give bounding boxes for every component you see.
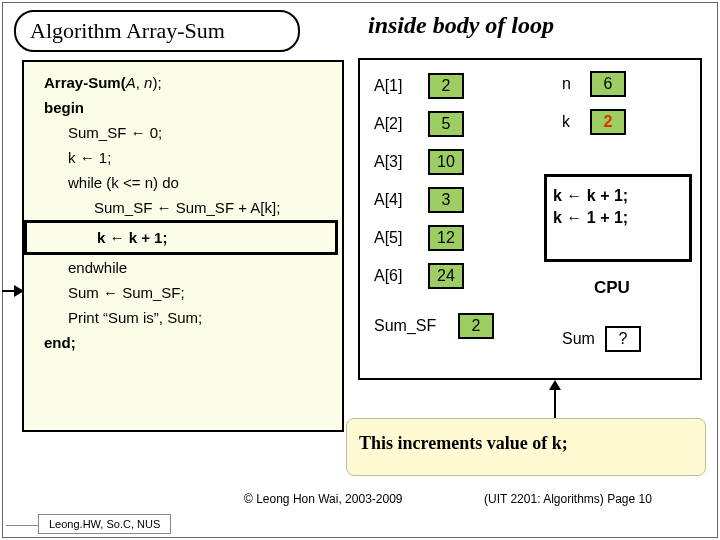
code-line-k-init: k ← 1; bbox=[26, 145, 338, 170]
array-label: A[3] bbox=[374, 153, 422, 171]
sum-label: Sum bbox=[562, 330, 595, 348]
code-line-while: while (k <= n) do bbox=[26, 170, 338, 195]
n-row: n 6 bbox=[562, 68, 626, 100]
cpu-box: k ← k + 1; k ← 1 + 1; bbox=[544, 174, 692, 262]
array-value: 3 bbox=[428, 187, 464, 213]
cpu-label: CPU bbox=[594, 278, 630, 298]
array-row: A[6] 24 bbox=[374, 260, 686, 292]
array-label: A[6] bbox=[374, 267, 422, 285]
n-label: n bbox=[562, 75, 584, 93]
array-value: 5 bbox=[428, 111, 464, 137]
code-line-endwhile: endwhile bbox=[26, 255, 338, 280]
sum-row: Sum ? bbox=[562, 326, 641, 352]
code-line-sumsf-update: Sum_SF ← Sum_SF + A[k]; bbox=[26, 195, 338, 220]
callout-text: This increments value of k; bbox=[359, 433, 568, 453]
array-value: 12 bbox=[428, 225, 464, 251]
code-fn-signature: Array-Sum(A, n); bbox=[26, 70, 338, 95]
code-begin: begin bbox=[26, 95, 338, 120]
k-label: k bbox=[562, 113, 584, 131]
pseudocode-box: Array-Sum(A, n); begin Sum_SF ← 0; k ← 1… bbox=[22, 60, 344, 432]
array-label: A[1] bbox=[374, 77, 422, 95]
array-label: A[4] bbox=[374, 191, 422, 209]
array-row: A[1] 2 bbox=[374, 70, 686, 102]
code-line-sum-final: Sum ← Sum_SF; bbox=[26, 280, 338, 305]
code-line-print: Print “Sum is”, Sum; bbox=[26, 305, 338, 330]
title-box: Algorithm Array-Sum bbox=[14, 10, 300, 52]
sumsf-value: 2 bbox=[458, 313, 494, 339]
right-column: n 6 k 2 bbox=[562, 68, 626, 144]
code-line-sumsf-init: Sum_SF ← 0; bbox=[26, 120, 338, 145]
array-value: 2 bbox=[428, 73, 464, 99]
arg-A: A bbox=[126, 74, 136, 91]
array-row: A[2] 5 bbox=[374, 108, 686, 140]
author-text: Leong.HW, So.C, NUS bbox=[49, 518, 160, 530]
cpu-line1: k ← k + 1; bbox=[553, 185, 683, 207]
callout-arrow-icon bbox=[554, 382, 556, 418]
subtitle: inside body of loop bbox=[368, 12, 554, 39]
cpu-line2: k ← 1 + 1; bbox=[553, 207, 683, 229]
n-value: 6 bbox=[590, 71, 626, 97]
sumsf-label: Sum_SF bbox=[374, 317, 452, 335]
arrow-to-highlight-icon bbox=[2, 284, 22, 298]
author-box: Leong.HW, So.C, NUS bbox=[38, 514, 171, 534]
author-connector bbox=[6, 525, 38, 526]
k-value: 2 bbox=[590, 109, 626, 135]
page-info: (UIT 2201: Algorithms) Page 10 bbox=[484, 492, 652, 506]
title-text: Algorithm Array-Sum bbox=[30, 18, 225, 43]
array-label: A[2] bbox=[374, 115, 422, 133]
array-label: A[5] bbox=[374, 229, 422, 247]
code-line-k-increment: k ← k + 1; bbox=[24, 220, 338, 255]
array-value: 10 bbox=[428, 149, 464, 175]
fn-name: Array-Sum( bbox=[44, 74, 126, 91]
copyright: © Leong Hon Wai, 2003-2009 bbox=[244, 492, 403, 506]
array-value: 24 bbox=[428, 263, 464, 289]
code-end: end; bbox=[26, 330, 338, 355]
callout-box: This increments value of k; bbox=[346, 418, 706, 476]
k-row: k 2 bbox=[562, 106, 626, 138]
sum-value: ? bbox=[605, 326, 641, 352]
